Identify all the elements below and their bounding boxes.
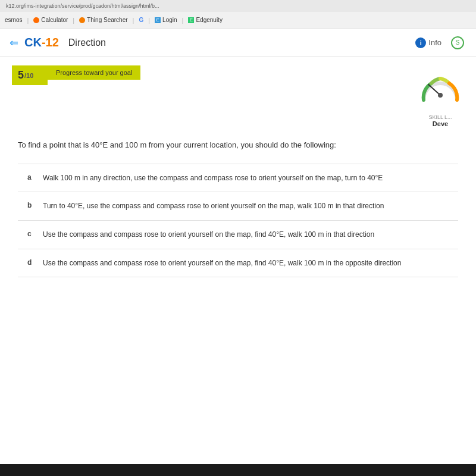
answer-text-d: Use the compass and compass rose to orie… <box>43 258 401 269</box>
answer-options: a Walk 100 m in any direction, use the c… <box>18 164 458 277</box>
question-text: To find a point that is 40°E and 100 m f… <box>18 139 458 152</box>
question-area: To find a point that is 40°E and 100 m f… <box>0 127 476 283</box>
skill-meter: SKILL L... Deve <box>416 65 464 127</box>
answer-option-d[interactable]: d Use the compass and compass rose to or… <box>18 249 458 278</box>
browser-tabs: esmos | Calculator | Thing Searcher | G … <box>0 12 476 29</box>
info-icon: i <box>415 37 426 48</box>
url-bar: k12.org/ims-integration/service/prod/gca… <box>0 0 476 12</box>
skill-level-label: SKILL L... <box>428 114 452 120</box>
skill-value: Deve <box>433 120 448 127</box>
tab-calculator[interactable]: Calculator <box>33 17 68 23</box>
back-button[interactable]: ⇐ <box>10 36 18 49</box>
answer-text-c: Use the compass and compass rose to orie… <box>43 229 374 240</box>
thing-searcher-icon <box>79 17 85 23</box>
tab-login[interactable]: E Login <box>155 17 177 23</box>
tab-separator5: | <box>182 17 184 24</box>
info-button[interactable]: i Info <box>415 37 441 48</box>
top-right-controls: i Info S <box>415 36 464 49</box>
tab-esmos[interactable]: esmos <box>5 17 22 23</box>
progress-left: 5/10 Progress toward your goal <box>12 65 140 85</box>
answer-letter-c: c <box>27 230 38 238</box>
top-bar: ⇐ CK-12 Direction i Info S <box>0 29 476 57</box>
bottom-black-bar <box>0 464 476 476</box>
tab-edgenuity[interactable]: E Edgenuity <box>188 17 222 23</box>
edgenuity-icon: E <box>188 17 194 23</box>
tab-separator2: | <box>73 17 74 24</box>
svg-point-1 <box>438 93 443 98</box>
answer-letter-a: a <box>27 173 38 181</box>
gauge-chart <box>416 65 464 113</box>
logo-area: ⇐ CK-12 Direction <box>10 36 106 49</box>
progress-section: 5/10 Progress toward your goal <box>0 57 476 127</box>
main-content: ⇐ CK-12 Direction i Info S 5/10 Progress… <box>0 29 476 476</box>
answer-text-b: Turn to 40°E, use the compass and compas… <box>43 201 384 212</box>
tab-g[interactable]: G <box>139 17 143 23</box>
page-title: Direction <box>68 37 106 48</box>
progress-tooltip: Progress toward your goal <box>48 65 140 80</box>
score-badge: 5/10 <box>12 65 48 85</box>
answer-text-a: Walk 100 m in any direction, use the com… <box>43 173 383 184</box>
tab-separator4: | <box>148 17 150 24</box>
answer-option-c[interactable]: c Use the compass and compass rose to or… <box>18 220 458 249</box>
answer-letter-b: b <box>27 201 38 209</box>
calculator-icon <box>33 17 39 23</box>
login-icon: E <box>155 17 161 23</box>
tab-separator3: | <box>133 17 134 24</box>
answer-option-b[interactable]: b Turn to 40°E, use the compass and comp… <box>18 192 458 220</box>
score-circle: S <box>451 36 464 49</box>
answer-option-a[interactable]: a Walk 100 m in any direction, use the c… <box>18 164 458 192</box>
answer-letter-d: d <box>27 258 38 267</box>
ck12-logo: CK-12 <box>24 36 59 49</box>
tab-thing-searcher[interactable]: Thing Searcher <box>79 17 127 23</box>
tab-separator: | <box>27 17 29 24</box>
